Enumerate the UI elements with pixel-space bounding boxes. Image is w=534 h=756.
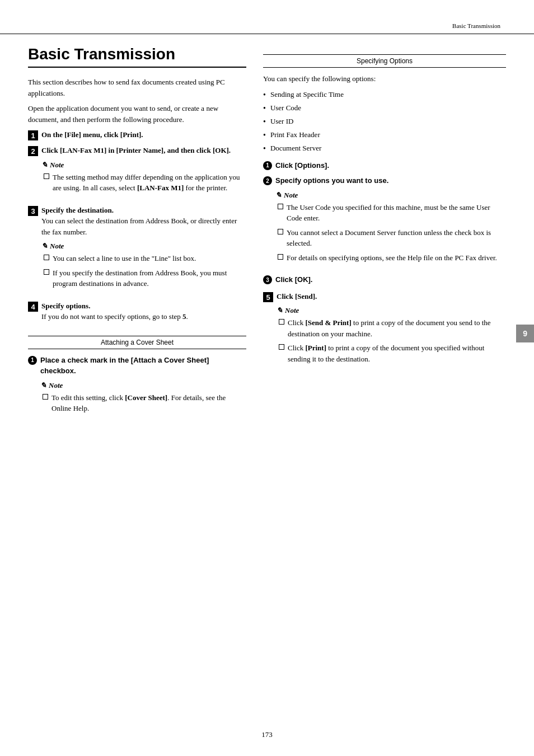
options-step-3-num: 3 [263,275,272,284]
options-step-2-note-item-3: For details on specifying options, see t… [275,252,506,264]
options-step-2-note-text-2: You cannot select a Document Server func… [287,227,506,249]
step-3-note-label: Note [50,242,64,251]
intro-p2: Open the application document you want t… [28,103,246,125]
specifying-options-desc: You can specify the following options: [263,73,506,84]
step-3-desc: You can select the destination from Addr… [41,215,246,237]
step-3-note-item-2: If you specify the destination from Addr… [41,267,246,289]
options-step-1-text: Click [Options]. [275,161,329,170]
step-5-note: ✎ Note Click [Send & Print] to print a c… [277,306,506,364]
checkbox-2-1 [44,173,49,179]
attaching-cover-sheet-label: Attaching a Cover Sheet [28,339,246,346]
checkbox-3-1 [44,255,49,260]
checkbox-opt2-2 [278,229,283,234]
chapter-title: Basic Transmission [28,45,246,68]
options-step-3-text: Click [OK]. [275,275,312,284]
step-5-note-title: ✎ Note [277,306,506,315]
note-icon-5: ✎ [277,306,283,315]
step-3-note-text-1: You can select a line to use in the "Lin… [53,253,246,264]
step-3-note: ✎ Note You can select a line to use in t… [41,242,246,289]
note-icon-opt2: ✎ [275,191,282,200]
step-4-text: Specify options. [41,302,90,310]
step-2-content: Click [LAN-Fax M1] in [Printer Name], an… [41,145,246,200]
option-1: Sending at Specific Time [263,89,506,101]
step-5-note-item-2: Click [Print] to print a copy of the doc… [277,342,506,364]
step-4-num: 4 [28,302,38,312]
page: Basic Transmission Basic Transmission Th… [0,0,534,756]
step-5-num: 5 [263,292,273,302]
step-1-num: 1 [28,130,38,140]
options-step-1-content: Click [Options]. [275,160,506,171]
option-5: Document Server [263,143,506,154]
step-4-desc: If you do not want to specify options, g… [41,311,246,322]
checkbox-5-1 [279,319,284,325]
cover-sheet-step-1: 1 Place a check mark in the [Attach a Co… [28,355,246,421]
options-step-1: 1 Click [Options]. [263,160,506,171]
options-step-2-num: 2 [263,176,272,185]
options-step-2-note-text-1: The User Code you specified for this mac… [287,202,506,224]
options-step-2-note-label: Note [284,191,298,200]
step-5-note-text-2: Click [Print] to print a copy of the doc… [288,342,506,364]
step-2: 2 Click [LAN-Fax M1] in [Printer Name], … [28,145,246,200]
left-column: Basic Transmission This section describe… [28,45,246,425]
checkbox-opt2-3 [278,254,283,260]
options-step-2-text: Specify options you want to use. [275,176,388,185]
step-2-note-label: Note [50,161,64,170]
header-title: Basic Transmission [452,22,500,29]
step-5-text: Click [Send]. [277,292,317,300]
cover-sheet-step-1-content: Place a check mark in the [Attach a Cove… [40,355,246,421]
specifying-options-label: Specifying Options [263,57,506,65]
step-4: 4 Specify options. If you do not want to… [28,300,246,327]
option-4: Print Fax Header [263,129,506,141]
checkbox-3-2 [44,269,49,275]
options-step-2-note-item-2: You cannot select a Document Server func… [275,227,506,249]
spec-divider-top [263,54,506,55]
checkbox-cover-1 [43,394,48,400]
page-footer: 173 [0,730,534,739]
step-3-note-text-2: If you specify the destination from Addr… [53,267,246,289]
step-1: 1 On the [File] menu, click [Print]. [28,129,246,140]
checkbox-opt2-1 [278,204,283,209]
step-3-note-item-1: You can select a line to use in the "Lin… [41,253,246,264]
step-1-text: On the [File] menu, click [Print]. [41,130,143,139]
step-5-note-label: Note [285,306,299,315]
options-list: Sending at Specific Time User Code User … [263,89,506,154]
step-5-note-text-1: Click [Send & Print] to print a copy of … [288,317,506,339]
right-column: Specifying Options You can specify the f… [263,45,506,425]
divider-bottom [28,349,246,349]
attaching-cover-sheet-divider: Attaching a Cover Sheet [28,336,246,349]
cover-sheet-note-item-1: To edit this setting, click [Cover Sheet… [40,392,246,414]
step-2-note-text-1: The setting method may differ depending … [53,172,246,194]
step-3-num: 3 [28,206,38,216]
options-step-2-note: ✎ Note The User Code you specified for t… [275,191,506,264]
note-icon-3: ✎ [41,242,48,251]
options-step-3: 3 Click [OK]. [263,274,506,285]
step-5-note-item-1: Click [Send & Print] to print a copy of … [277,317,506,339]
options-step-2-note-text-3: For details on specifying options, see t… [287,252,506,264]
cover-sheet-note-title: ✎ Note [40,381,246,390]
step-3-text: Specify the destination. [41,206,114,214]
spec-divider-bottom [263,67,506,68]
step-3-content: Specify the destination. You can select … [41,205,246,296]
options-step-2: 2 Specify options you want to use. ✎ Not… [263,175,506,270]
specifying-options-divider: Specifying Options [263,54,506,68]
options-step-2-note-title: ✎ Note [275,191,506,200]
option-2: User Code [263,102,506,114]
divider-top [28,336,246,336]
option-3: User ID [263,116,506,128]
options-step-1-num: 1 [263,161,272,170]
checkbox-5-2 [279,344,284,350]
cover-sheet-step-1-text: Place a check mark in the [Attach a Cove… [40,356,209,375]
step-3: 3 Specify the destination. You can selec… [28,205,246,296]
step-2-note: ✎ Note The setting method may differ dep… [41,161,246,194]
options-step-2-content: Specify options you want to use. ✎ Note … [275,175,506,270]
content-area: Basic Transmission This section describe… [0,45,534,425]
step-2-text: Click [LAN-Fax M1] in [Printer Name], an… [41,146,231,154]
cover-sheet-note: ✎ Note To edit this setting, click [Cove… [40,381,246,414]
chapter-tab: 9 [516,325,534,342]
cover-sheet-step-1-num: 1 [28,356,37,365]
step-3-note-title: ✎ Note [41,242,246,251]
step-2-num: 2 [28,146,38,156]
step-2-note-title: ✎ Note [41,161,246,170]
page-header: Basic Transmission [0,22,534,34]
step-4-content: Specify options. If you do not want to s… [41,300,246,327]
